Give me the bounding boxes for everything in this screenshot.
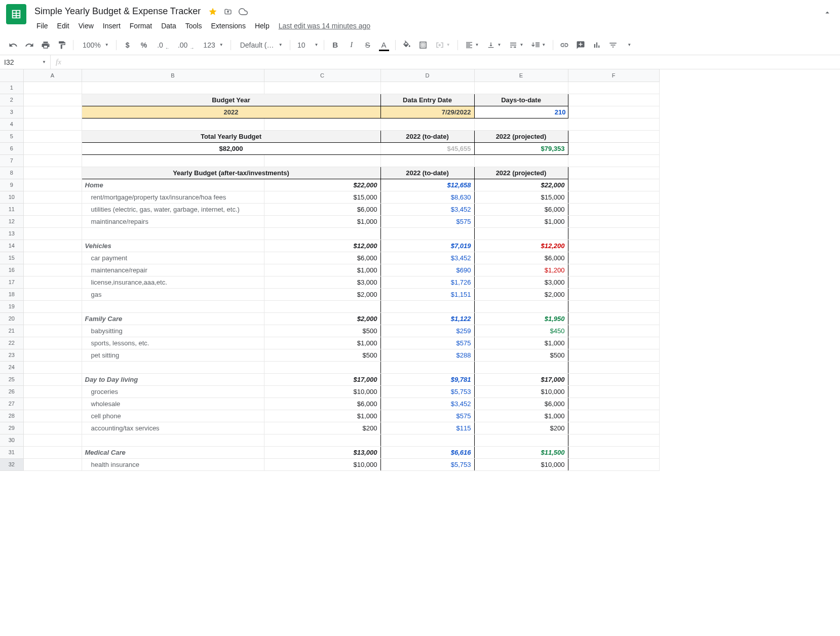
- row-header[interactable]: 3: [0, 106, 23, 118]
- name-box[interactable]: I32 ▼: [0, 55, 51, 69]
- vertical-align-button[interactable]: ▼: [484, 38, 504, 52]
- cell[interactable]: Total Yearly Budget: [82, 130, 380, 142]
- formula-input[interactable]: [66, 58, 840, 66]
- row-header[interactable]: 23: [0, 349, 23, 361]
- cell[interactable]: $115: [380, 422, 474, 434]
- cell[interactable]: babysitting: [82, 325, 264, 337]
- cloud-status-icon[interactable]: [238, 7, 248, 17]
- cell[interactable]: $6,000: [264, 203, 380, 215]
- italic-button[interactable]: I: [345, 38, 359, 52]
- cell[interactable]: $1,151: [380, 288, 474, 300]
- horizontal-align-button[interactable]: ▼: [462, 38, 482, 52]
- row-header[interactable]: 2: [0, 94, 23, 106]
- cell[interactable]: license,insurance,aaa,etc.: [82, 276, 264, 288]
- cell[interactable]: 210: [474, 106, 568, 118]
- row-header[interactable]: 29: [0, 422, 23, 434]
- decrease-decimal-button[interactable]: .0←: [153, 38, 172, 52]
- row-header[interactable]: 15: [0, 252, 23, 264]
- paint-format-button[interactable]: [55, 38, 69, 52]
- cell[interactable]: accounting/tax services: [82, 422, 264, 434]
- cell[interactable]: $690: [380, 264, 474, 276]
- row-header[interactable]: 7: [0, 154, 23, 167]
- cell[interactable]: 2022: [82, 106, 380, 118]
- row-header[interactable]: 16: [0, 264, 23, 276]
- cell[interactable]: $1,122: [380, 312, 474, 325]
- cell[interactable]: $11,500: [474, 446, 568, 458]
- menu-insert[interactable]: Insert: [99, 20, 125, 32]
- row-header[interactable]: 27: [0, 398, 23, 410]
- insert-chart-button[interactable]: [590, 38, 604, 52]
- cell[interactable]: Vehicles: [82, 240, 264, 252]
- collapse-chevron-icon[interactable]: [823, 8, 832, 19]
- cell[interactable]: $1,200: [474, 264, 568, 276]
- text-rotation-button[interactable]: ▼: [528, 38, 549, 52]
- row-header[interactable]: 22: [0, 337, 23, 349]
- insert-comment-button[interactable]: [574, 38, 588, 52]
- cell[interactable]: $1,000: [474, 215, 568, 227]
- strikethrough-button[interactable]: S: [361, 38, 375, 52]
- cell[interactable]: $6,616: [380, 446, 474, 458]
- cell[interactable]: maintinance/repairs: [82, 215, 264, 227]
- cell[interactable]: $1,000: [264, 337, 380, 349]
- cell[interactable]: $575: [380, 215, 474, 227]
- cell[interactable]: $45,655: [380, 142, 474, 154]
- row-header[interactable]: 26: [0, 385, 23, 398]
- cell[interactable]: $10,000: [264, 458, 380, 470]
- format-percent-button[interactable]: %: [137, 38, 151, 52]
- cell[interactable]: $3,452: [380, 252, 474, 264]
- menu-tools[interactable]: Tools: [181, 20, 206, 32]
- cell[interactable]: gas: [82, 288, 264, 300]
- col-header-C[interactable]: C: [264, 69, 380, 82]
- cell[interactable]: wholesale: [82, 398, 264, 410]
- menu-edit[interactable]: Edit: [53, 20, 73, 32]
- select-all-corner[interactable]: [0, 69, 23, 82]
- cell[interactable]: $10,000: [474, 385, 568, 398]
- cell[interactable]: $9,781: [380, 373, 474, 385]
- merge-cells-button[interactable]: ▼: [432, 38, 453, 52]
- cell[interactable]: Data Entry Date: [380, 94, 474, 106]
- cell[interactable]: car payment: [82, 252, 264, 264]
- cell[interactable]: $10,000: [264, 385, 380, 398]
- cell[interactable]: $15,000: [264, 191, 380, 203]
- cell[interactable]: utilities (electric, gas, water, garbage…: [82, 203, 264, 215]
- cell[interactable]: $500: [264, 325, 380, 337]
- menu-extensions[interactable]: Extensions: [207, 20, 249, 32]
- cell[interactable]: $6,000: [264, 252, 380, 264]
- cell[interactable]: $22,000: [264, 179, 380, 191]
- cell[interactable]: groceries: [82, 385, 264, 398]
- row-header[interactable]: 11: [0, 203, 23, 215]
- menu-help[interactable]: Help: [251, 20, 274, 32]
- sheets-logo[interactable]: [6, 4, 26, 24]
- doc-title[interactable]: Simple Yearly Budget & Expense Tracker: [32, 5, 203, 18]
- row-header[interactable]: 18: [0, 288, 23, 300]
- cell[interactable]: Medical Care: [82, 446, 264, 458]
- print-button[interactable]: [39, 38, 53, 52]
- row-header[interactable]: 12: [0, 215, 23, 227]
- row-header[interactable]: 28: [0, 410, 23, 422]
- font-family-select[interactable]: Default (Ari...▼: [235, 38, 286, 52]
- cell[interactable]: $1,726: [380, 276, 474, 288]
- row-header[interactable]: 31: [0, 446, 23, 458]
- cell[interactable]: $1,950: [474, 312, 568, 325]
- cell[interactable]: $6,000: [264, 398, 380, 410]
- cell[interactable]: health insurance: [82, 458, 264, 470]
- cell[interactable]: $200: [264, 422, 380, 434]
- cell[interactable]: $6,000: [474, 398, 568, 410]
- row-header[interactable]: 4: [0, 118, 23, 130]
- sheet-area[interactable]: A B C D E F 1 2 Budget Year Data Entry D…: [0, 69, 840, 629]
- cell[interactable]: $200: [474, 422, 568, 434]
- menu-data[interactable]: Data: [157, 20, 180, 32]
- cell[interactable]: $17,000: [264, 373, 380, 385]
- row-header[interactable]: 21: [0, 325, 23, 337]
- cell[interactable]: Family Care: [82, 312, 264, 325]
- cell[interactable]: sports, lessons, etc.: [82, 337, 264, 349]
- cell[interactable]: 7/29/2022: [380, 106, 474, 118]
- cell[interactable]: $1,000: [264, 410, 380, 422]
- cell[interactable]: $17,000: [474, 373, 568, 385]
- cell[interactable]: $3,452: [380, 203, 474, 215]
- cell[interactable]: $5,753: [380, 458, 474, 470]
- borders-button[interactable]: [416, 38, 430, 52]
- row-header[interactable]: 20: [0, 312, 23, 325]
- cell[interactable]: $10,000: [474, 458, 568, 470]
- fill-color-button[interactable]: [400, 38, 414, 52]
